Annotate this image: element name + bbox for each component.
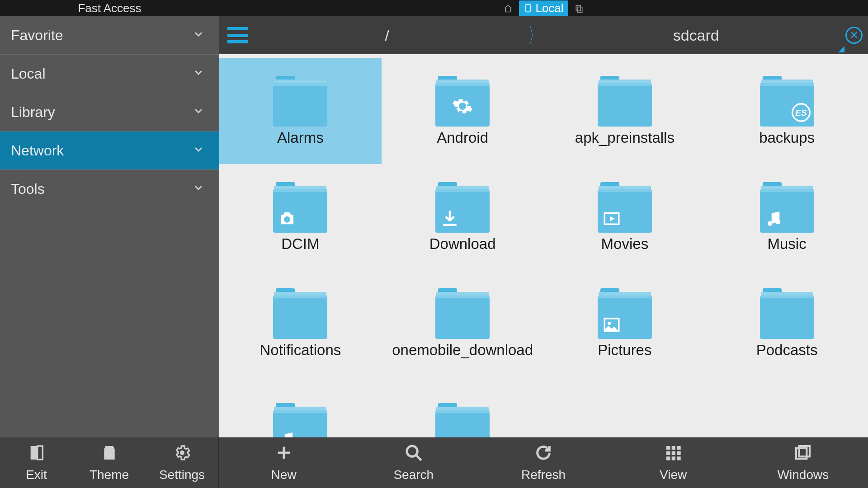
exit-button[interactable]: Exit <box>0 437 73 488</box>
sidebar-item-local[interactable]: Local <box>0 55 219 93</box>
folder-icon <box>435 288 490 339</box>
folder-icon <box>760 288 814 339</box>
svg-marker-8 <box>610 216 615 221</box>
folder-video-icon <box>598 182 652 233</box>
folder-item[interactable]: apk_preinstalls <box>544 58 706 164</box>
bottombar-label: Theme <box>90 468 129 482</box>
svg-rect-22 <box>666 446 670 450</box>
sidebar-item-label: Tools <box>11 181 45 197</box>
dropdown-triangle-icon[interactable] <box>838 46 844 52</box>
refresh-button[interactable]: Refresh <box>478 437 608 488</box>
sidebar-item-network[interactable]: Network <box>0 131 219 170</box>
svg-rect-16 <box>37 446 42 460</box>
folder-label: apk_preinstalls <box>575 129 675 146</box>
folder-item[interactable]: Android <box>382 58 544 164</box>
folder-label: Movies <box>601 235 649 253</box>
folder-item[interactable]: Podcasts <box>706 270 868 376</box>
breadcrumb-separator-icon: 〉 <box>529 22 539 49</box>
svg-point-20 <box>407 446 417 456</box>
chevron-down-icon <box>193 182 204 196</box>
refresh-icon <box>534 444 552 465</box>
folder-label: backups <box>759 129 815 146</box>
view-button[interactable]: View <box>609 437 738 488</box>
svg-rect-25 <box>666 451 670 455</box>
svg-point-6 <box>284 216 290 222</box>
folder-item[interactable]: Music <box>706 164 868 270</box>
app-root: Fast Access Local FavoriteLocalLibraryNe… <box>0 0 868 488</box>
sidebar-item-library[interactable]: Library <box>0 93 219 131</box>
folder-music-icon <box>760 182 814 233</box>
breadcrumb: / 〉 sdcard <box>253 22 845 49</box>
bottombar-label: New <box>271 468 297 482</box>
svg-rect-0 <box>526 5 530 12</box>
svg-point-12 <box>608 322 611 325</box>
theme-button[interactable]: Theme <box>73 437 146 488</box>
exit-icon <box>28 444 46 465</box>
folder-camera-icon <box>273 182 327 233</box>
bottombar-label: View <box>660 468 687 482</box>
sidebar-item-favorite[interactable]: Favorite <box>0 16 219 55</box>
location-chip-local[interactable]: Local <box>519 0 568 16</box>
view-icon <box>664 444 682 465</box>
folder-label: Notifications <box>260 342 341 359</box>
svg-rect-2 <box>576 5 580 11</box>
svg-text:ES: ES <box>795 108 807 117</box>
folder-download-icon <box>435 182 490 233</box>
search-button[interactable]: Search <box>349 437 478 488</box>
folder-music-icon <box>273 403 327 438</box>
status-bar-right: Local <box>219 0 868 16</box>
chevron-down-icon <box>193 66 204 81</box>
svg-point-17 <box>180 450 184 455</box>
hamburger-icon[interactable] <box>227 27 248 43</box>
svg-rect-29 <box>672 456 675 460</box>
svg-rect-30 <box>677 456 681 460</box>
svg-rect-23 <box>672 446 675 450</box>
new-button[interactable]: New <box>219 437 349 488</box>
folder-item[interactable]: DCIM <box>219 164 382 270</box>
sidebar-item-tools[interactable]: Tools <box>0 170 219 208</box>
bottombar-label: Settings <box>159 468 205 482</box>
breadcrumb-root[interactable]: / <box>253 22 521 49</box>
middle-area: FavoriteLocalLibraryNetworkTools / 〉 sdc… <box>0 16 868 437</box>
folder-item[interactable]: Notifications <box>219 270 382 376</box>
status-bar: Fast Access Local <box>0 0 868 16</box>
folder-gear-icon <box>435 76 490 127</box>
svg-rect-24 <box>677 446 681 450</box>
folder-item[interactable]: onemobile_download <box>382 270 544 376</box>
fast-access-title: Fast Access <box>0 1 219 15</box>
folder-grid: AlarmsAndroidapk_preinstallsESbackupsDCI… <box>219 54 868 437</box>
close-tab-icon[interactable]: ✕ <box>845 27 863 44</box>
folder-item[interactable]: Pictures <box>544 270 706 376</box>
folder-icon <box>273 288 327 339</box>
folder-label: Download <box>429 235 496 253</box>
bottombar-label: Search <box>393 468 434 482</box>
svg-rect-15 <box>30 446 37 460</box>
folder-item[interactable] <box>219 376 382 437</box>
breadcrumb-current[interactable]: sdcard <box>547 22 845 49</box>
clipboard-icon[interactable] <box>575 3 584 13</box>
windows-button[interactable]: Windows <box>738 437 868 488</box>
settings-button[interactable]: Settings <box>146 437 218 488</box>
folder-item[interactable]: Download <box>382 164 544 270</box>
folder-label: onemobile_download <box>392 342 533 359</box>
folder-item[interactable] <box>382 376 544 437</box>
folder-item[interactable]: ESbackups <box>706 58 868 164</box>
chevron-down-icon <box>193 105 204 119</box>
folder-label: Pictures <box>598 342 651 359</box>
folder-icon <box>598 76 652 127</box>
svg-rect-3 <box>577 7 582 12</box>
folder-label: Podcasts <box>756 342 818 359</box>
folder-item[interactable]: Alarms <box>219 58 382 164</box>
bottombar-label: Refresh <box>521 468 566 482</box>
bottombar-label: Exit <box>26 468 47 482</box>
folder-item[interactable]: Movies <box>544 164 706 270</box>
home-icon[interactable] <box>504 3 513 13</box>
search-icon <box>405 444 423 465</box>
svg-rect-26 <box>672 451 675 455</box>
folder-label: DCIM <box>281 235 319 253</box>
folder-label: Music <box>768 235 807 253</box>
new-icon <box>275 444 293 465</box>
svg-rect-28 <box>666 456 670 460</box>
sidebar-item-label: Network <box>11 142 64 159</box>
folder-icon <box>273 76 327 127</box>
